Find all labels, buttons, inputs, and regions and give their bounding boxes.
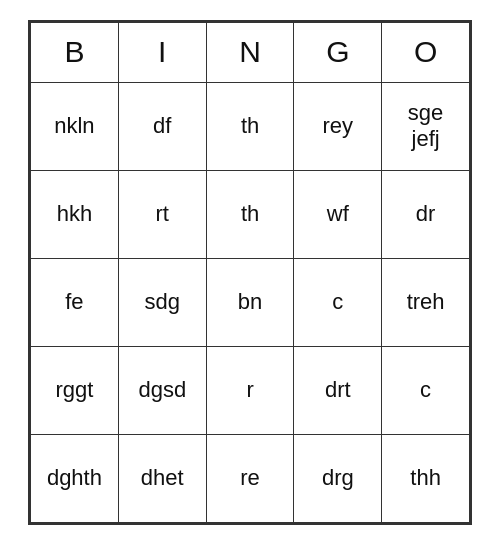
table-cell: c [382, 346, 470, 434]
bingo-card: B I N G O nklndfthreysgejefjhkhrtthwfdrf… [28, 20, 472, 525]
table-cell: nkln [31, 82, 119, 170]
table-cell: th [206, 82, 294, 170]
table-cell: dr [382, 170, 470, 258]
header-b: B [31, 22, 119, 82]
table-cell: wf [294, 170, 382, 258]
table-cell: drt [294, 346, 382, 434]
table-cell: dgsd [118, 346, 206, 434]
table-cell: bn [206, 258, 294, 346]
table-row: nklndfthreysgejefj [31, 82, 470, 170]
header-o: O [382, 22, 470, 82]
table-cell: c [294, 258, 382, 346]
table-cell: r [206, 346, 294, 434]
table-cell: re [206, 434, 294, 522]
table-row: dghthdhetredrgthh [31, 434, 470, 522]
header-i: I [118, 22, 206, 82]
table-cell: drg [294, 434, 382, 522]
table-row: hkhrtthwfdr [31, 170, 470, 258]
table-cell: hkh [31, 170, 119, 258]
table-cell: rggt [31, 346, 119, 434]
table-row: rggtdgsdrdrtc [31, 346, 470, 434]
bingo-table: B I N G O nklndfthreysgejefjhkhrtthwfdrf… [30, 22, 470, 523]
table-cell: fe [31, 258, 119, 346]
header-g: G [294, 22, 382, 82]
table-cell: dghth [31, 434, 119, 522]
table-cell: thh [382, 434, 470, 522]
table-cell: rt [118, 170, 206, 258]
table-cell: treh [382, 258, 470, 346]
table-row: fesdgbnctreh [31, 258, 470, 346]
header-n: N [206, 22, 294, 82]
table-cell: rey [294, 82, 382, 170]
table-cell: sgejefj [382, 82, 470, 170]
table-cell: df [118, 82, 206, 170]
table-cell: sdg [118, 258, 206, 346]
header-row: B I N G O [31, 22, 470, 82]
table-cell: dhet [118, 434, 206, 522]
table-cell: th [206, 170, 294, 258]
